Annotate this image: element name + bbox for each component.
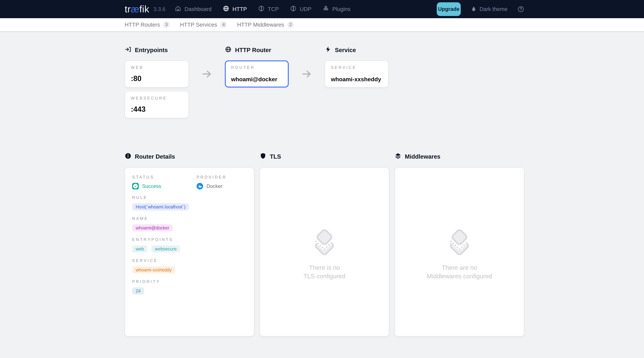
card-label: WEBSECURE: [131, 96, 183, 101]
router-column: HTTP Router ROUTER whoami@docker: [225, 46, 289, 118]
entrypoints-group: ENTRYPOINTS web websecure: [132, 237, 247, 253]
globe-icon: [225, 46, 232, 54]
details-row: Router Details STATUS Success: [125, 153, 524, 336]
tls-empty-text: There is no TLS configured: [304, 263, 346, 280]
rule-group: RULE Host(`whoami.localhost`): [132, 195, 247, 211]
name-group: NAME whoami@docker: [132, 216, 247, 232]
entrypoints-label: ENTRYPOINTS: [132, 237, 247, 242]
priority-label: PRIORITY: [132, 279, 247, 284]
http-router-header: HTTP Router: [225, 46, 289, 54]
main-nav: Dashboard HTTP TCP UDP: [175, 5, 350, 13]
flow-arrow-2: [289, 46, 325, 118]
bolt-icon: [325, 46, 332, 54]
router-details-header: Router Details: [125, 153, 254, 160]
info-icon: [125, 152, 132, 161]
rule-badge: Host(`whoami.localhost`): [132, 203, 189, 211]
nav-item-plugins[interactable]: Plugins: [322, 5, 350, 13]
traefik-logo[interactable]: træfik: [125, 4, 149, 15]
tab-http-routers[interactable]: HTTP Routers 3: [125, 21, 170, 28]
logo-text-pre: tr: [125, 4, 131, 15]
tab-label: HTTP Services: [180, 22, 217, 28]
sphere-icon: [290, 5, 297, 13]
question-icon: [518, 6, 524, 13]
service-badge[interactable]: whoami-xxsheddy: [132, 266, 175, 274]
middlewares-column: Middlewares There are no Middlewares con…: [395, 153, 524, 336]
service-header: Service: [325, 46, 388, 54]
service-group: SERVICE whoami-xxsheddy: [132, 258, 247, 274]
tls-empty-line1: There is no: [304, 263, 346, 272]
middlewares-card: There are no Middlewares configured: [395, 167, 524, 336]
provider-value: Docker: [206, 184, 222, 189]
service-label: SERVICE: [132, 258, 247, 263]
logo-text-post: fik: [139, 4, 149, 15]
help-button[interactable]: [518, 6, 524, 13]
router-details-column: Router Details STATUS Success: [125, 153, 254, 336]
home-icon: [175, 5, 181, 13]
tls-header: TLS: [260, 153, 389, 160]
middlewares-header: Middlewares: [395, 153, 524, 160]
card-value: :80: [131, 74, 183, 83]
router-card: ROUTER whoami@docker: [225, 61, 289, 87]
tls-empty-line2: TLS configured: [304, 272, 346, 280]
tab-count-badge: 2: [287, 21, 294, 28]
main-content: Entrypoints WEB :80 WEBSECURE :443: [125, 46, 524, 336]
card-label: SERVICE: [331, 65, 382, 70]
section-title: Entrypoints: [135, 47, 168, 54]
nav-item-udp[interactable]: UDP: [290, 5, 312, 13]
flow-row: Entrypoints WEB :80 WEBSECURE :443: [125, 46, 524, 118]
nav-item-label: TCP: [268, 6, 279, 12]
priority-group: PRIORITY 24: [132, 279, 247, 295]
entrypoints-header: Entrypoints: [125, 46, 189, 54]
nav-item-http[interactable]: HTTP: [223, 5, 247, 13]
theme-toggle[interactable]: Dark theme: [471, 6, 508, 12]
tls-card: There is no TLS configured: [260, 167, 389, 336]
layers-empty-icon: [447, 227, 472, 255]
entrypoint-card-web: WEB :80: [125, 61, 189, 87]
service-column: Service SERVICE whoami-xxsheddy: [325, 46, 388, 118]
tls-column: TLS There is no TLS configured: [260, 153, 389, 336]
shield-icon: [260, 152, 266, 161]
section-title: Router Details: [135, 153, 175, 160]
entrypoint-badge-websecure: websecure: [151, 245, 180, 253]
router-details-card: STATUS Success PROVIDER: [125, 167, 254, 336]
nav-item-tcp[interactable]: TCP: [258, 5, 279, 13]
upgrade-button[interactable]: Upgrade: [437, 2, 461, 16]
entrypoint-card-websecure: WEBSECURE :443: [125, 91, 189, 118]
card-label: ROUTER: [231, 65, 282, 70]
droplet-icon: [471, 6, 477, 12]
provider-group: PROVIDER Docker: [196, 175, 247, 190]
tab-http-services[interactable]: HTTP Services 4: [180, 21, 227, 28]
status-label: STATUS: [132, 175, 196, 180]
middlewares-empty-line2: Middlewares configured: [427, 272, 492, 280]
nav-item-label: HTTP: [232, 6, 247, 12]
tab-count-badge: 4: [220, 21, 227, 28]
nav-item-label: Plugins: [332, 6, 350, 12]
cubes-icon: [322, 5, 329, 13]
docker-icon: [196, 183, 203, 190]
nav-item-label: UDP: [300, 6, 312, 12]
entrypoint-badge-web: web: [132, 245, 147, 253]
rule-label: RULE: [132, 195, 247, 200]
globe-icon: [223, 5, 230, 13]
top-navbar: træfik 3.3.6 Dashboard HTTP TCP: [0, 0, 644, 18]
status-value: Success: [142, 184, 161, 189]
flow-arrow-1: [189, 46, 225, 118]
status-group: STATUS Success: [132, 175, 196, 190]
tab-label: HTTP Middlewares: [237, 22, 284, 28]
card-value: :443: [131, 105, 183, 113]
service-card: SERVICE whoami-xxsheddy: [325, 61, 388, 87]
layers-empty-icon: [312, 227, 337, 255]
nav-item-dashboard[interactable]: Dashboard: [175, 5, 212, 13]
tab-label: HTTP Routers: [125, 22, 160, 28]
nav-item-label: Dashboard: [184, 6, 212, 12]
tab-http-middlewares[interactable]: HTTP Middlewares 2: [237, 21, 294, 28]
entrypoints-column: Entrypoints WEB :80 WEBSECURE :443: [125, 46, 189, 118]
subnav: HTTP Routers 3 HTTP Services 4 HTTP Midd…: [0, 18, 644, 31]
provider-label: PROVIDER: [196, 175, 247, 180]
section-title: Service: [335, 47, 356, 54]
arrow-right-icon: [201, 68, 212, 80]
layers-icon: [395, 152, 401, 161]
theme-label: Dark theme: [480, 6, 508, 12]
card-value: whoami@docker: [231, 76, 282, 83]
card-value: whoami-xxsheddy: [331, 76, 382, 83]
